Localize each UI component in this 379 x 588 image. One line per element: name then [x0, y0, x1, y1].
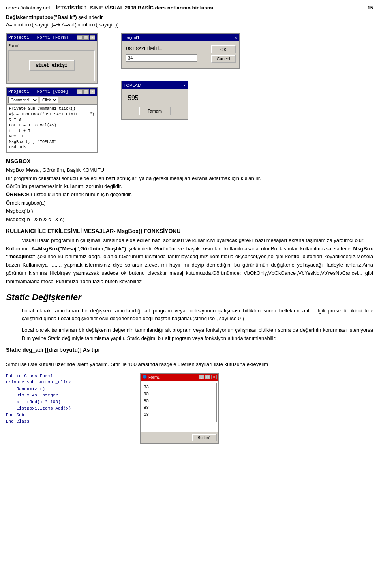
vb-project-form-window: Project1 - Form1 [Form] _ □ × Form1 BİLG…: [6, 33, 98, 84]
code-close[interactable]: ×: [90, 89, 95, 94]
right-dialogs: Project1 × ÜST SAYI LİMİTİ... OK Cancel …: [121, 33, 240, 120]
code-content: Private Sub Command1_Click() A$ = InputB…: [7, 105, 97, 152]
input-dialog-body: ÜST SAYI LİMİTİ... OK Cancel: [122, 41, 239, 68]
code-controls[interactable]: _ □ ×: [77, 89, 95, 94]
header-left: adres //aliatalay.net İSTATİSTİK 1. SINI…: [6, 4, 213, 12]
form1-close[interactable]: ×: [211, 375, 217, 379]
msgbox-p4-bold: ÖRNEK:: [6, 192, 26, 197]
code-line-3: t = 0: [9, 117, 94, 123]
kullanici-p2-rest2: şeklinde kullanımımız doğru olanıdır.Gör…: [6, 254, 373, 284]
static-section: Local olarak tanımlanan bir değişken tan…: [6, 307, 373, 323]
msgbox-heading: MSGBOX: [6, 157, 373, 165]
toplam-body: 595 Tamam: [122, 89, 188, 119]
code-line-7: MsgBox t, , "TOPLAM": [9, 139, 94, 145]
toplam-close[interactable]: ×: [184, 82, 186, 89]
header-line1-rest: şeklindedir.: [77, 14, 104, 20]
listbox-item-2: 95: [144, 391, 216, 398]
kullanici-section: KULLANICI İLE ETKİLEŞİMLİ MESAJLAR- MsgB…: [6, 227, 373, 286]
form1-body: 33 95 85 88 18: [141, 381, 218, 432]
kullanici-p2-rest: şeklindedir.Görünüm ve başlık kısımları …: [126, 246, 353, 252]
form1-controls[interactable]: _ □ ×: [199, 375, 217, 379]
kullanici-p2-bold: A=MsgBox("Mesaj",Görünüm,"başlık"): [31, 246, 126, 252]
code-dropdown-object[interactable]: Command1: [8, 97, 38, 103]
page-number: 15: [368, 4, 373, 12]
maximize-button[interactable]: □: [83, 35, 89, 40]
bottom-row: Public Class Form1 Private Sub Button1_C…: [6, 373, 373, 444]
msgbox-section: MSGBOX MsgBox Mesaj, Görünüm, Başlık KOM…: [6, 157, 373, 224]
kullanici-p2-prefix: Kullanımı:: [6, 246, 31, 252]
vb-form-area: BİLGİ GİRİŞİ: [8, 50, 95, 81]
code-block-line-1: Public Class Form1: [6, 373, 116, 379]
button1[interactable]: Button1: [192, 434, 217, 441]
input-dialog: Project1 × ÜST SAYI LİMİTİ... OK Cancel: [121, 33, 240, 69]
input-dialog-titlebar: Project1 ×: [122, 34, 239, 42]
input-dialog-field[interactable]: [126, 54, 197, 62]
cancel-button[interactable]: Cancel: [211, 55, 236, 63]
form1-icon: 🔵: [143, 374, 147, 380]
minimize-button[interactable]: _: [77, 35, 83, 40]
input-dialog-title-text: Project1: [124, 34, 139, 41]
input-dialog-close[interactable]: ×: [235, 34, 237, 41]
code-block-line-5: x = (Rnd() * 100): [6, 399, 116, 406]
static-p1: Local olarak tanımlanan bir değişken tan…: [22, 307, 373, 323]
close-button[interactable]: ×: [90, 35, 95, 40]
bilgi-girisi-button[interactable]: BİLGİ GİRİŞİ: [29, 60, 74, 71]
kullanici-p1: Visual Basic programının çalışması sıras…: [22, 237, 373, 245]
static-heading: Static Değişkenler: [6, 291, 373, 304]
code-line-6: Next I: [9, 134, 94, 139]
form1-title-area: 🔵 Form1: [143, 374, 160, 380]
form1-window-wrapper: 🔵 Form1 _ □ × 33 95 85 88 18: [140, 373, 219, 444]
code-block-line-2: Private Sub Button1_Click: [6, 379, 116, 386]
site-address: adres //aliatalay.net: [6, 5, 50, 11]
vb-controls[interactable]: _ □ ×: [77, 35, 95, 40]
input-dialog-buttons: OK Cancel: [211, 45, 236, 63]
toplam-titlebar: TOPLAM ×: [122, 81, 188, 90]
kullanici-p2: Kullanımı: A=MsgBox("Mesaj",Görünüm,"baş…: [6, 245, 373, 286]
code-line-2: A$ = InputBox("ÜST SAYI LİMİTİ...."): [9, 112, 94, 117]
static-def: Static deg_adı [(dizi boyutu)] As tipi: [6, 346, 373, 354]
header-line2: A=inputbox( sayıgir )=➜ A=val(inputbox( …: [6, 21, 373, 29]
bottom-intro: Şimdi ise liste kutusu üzerinde işlem ya…: [6, 361, 373, 369]
code-block-line-8: End Class: [6, 418, 116, 425]
toplam-title: TOPLAM: [124, 82, 141, 89]
code-block-line-3: Randomize(): [6, 386, 116, 393]
listbox-item-5: 18: [144, 411, 216, 419]
input-dialog-label: ÜST SAYI LİMİTİ...: [126, 45, 207, 52]
code-line-4: For I = 1 To Val(A$): [9, 123, 94, 128]
form1-minimize[interactable]: _: [199, 375, 204, 379]
static-p2: Local olarak tanımlanan bir değişkenin d…: [22, 326, 373, 343]
form1-maximize[interactable]: □: [205, 375, 210, 379]
form1-listbox[interactable]: 33 95 85 88 18: [143, 383, 217, 422]
code-block-line-7: End Sub: [6, 412, 116, 419]
code-line-1: Private Sub Command1_Click(): [9, 106, 94, 112]
vb-titlebar: Project1 - Form1 [Form] _ □ ×: [7, 34, 97, 42]
form1-title: Form1: [148, 374, 160, 380]
header-line1: Değişken=Inputbox("Başlık") şeklindedir.: [6, 13, 373, 21]
vb-form-window: Project1 - Form1 [Form] _ □ × Form1 BİLG…: [6, 33, 98, 153]
bottom-intro-text: Şimdi ise liste kutusu üzerinde işlem ya…: [6, 361, 373, 369]
code-minimize[interactable]: _: [77, 89, 83, 94]
toplam-dialog: TOPLAM × 595 Tamam: [121, 81, 188, 120]
form1-window: 🔵 Form1 _ □ × 33 95 85 88 18: [140, 373, 219, 444]
kullanici-heading: KULLANICI İLE ETKİLEŞİMLİ MESAJLAR- MsgB…: [6, 227, 373, 235]
code-dropdown-event[interactable]: Click: [40, 97, 58, 103]
form1-titlebar: 🔵 Form1 _ □ ×: [141, 374, 218, 381]
vb-form-content: Form1 BİLGİ GİRİŞİ: [7, 41, 97, 83]
tamam-button[interactable]: Tamam: [139, 107, 171, 115]
code-line-5: t = t + I: [9, 128, 94, 134]
vb-title: Project1 - Form1 [Form]: [8, 34, 68, 41]
vb-form-inner-label: Form1: [8, 43, 95, 49]
msgbox-p4-rest: Bir üstde kullanılan örnek bunun için ge…: [26, 192, 132, 197]
code-maximize[interactable]: □: [83, 89, 89, 94]
code-titlebar: Project1 - Form1 [Code] _ □ ×: [7, 88, 97, 96]
code-line-8: End Sub: [9, 145, 94, 150]
code-block-line-6: ListBox1.Items.Add(x): [6, 405, 116, 412]
msgbox-p4: ÖRNEK:Bir üstde kullanılan örnek bunun i…: [6, 191, 373, 199]
msgbox-p7: Msgbox( b= & b & c= & c): [6, 216, 373, 224]
msgbox-p1: MsgBox Mesaj, Görünüm, Başlık KOMUTU: [6, 166, 373, 175]
ok-button[interactable]: OK: [211, 45, 236, 53]
header-title: İSTATİSTİK 1. SINIF VİSUAL 2008 BASİC de…: [56, 5, 213, 11]
msgbox-p2: Bir programın çalışması sonucu elde edil…: [6, 175, 373, 183]
static-section2: Local olarak tanımlanan bir değişkenin d…: [6, 326, 373, 343]
listbox-item-3: 85: [144, 398, 216, 405]
